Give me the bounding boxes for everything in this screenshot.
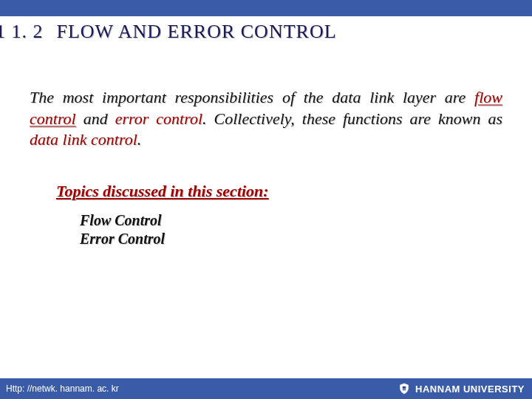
body-seg4: . <box>137 130 142 149</box>
footer-right: HANNAM UNIVERSITY <box>398 382 525 395</box>
topic-item: Error Control <box>80 230 532 248</box>
footer-university: HANNAM UNIVERSITY <box>415 383 525 395</box>
svg-rect-1 <box>403 389 406 391</box>
body-seg3: . Collectively, these functions are know… <box>202 109 502 128</box>
topics-heading: Topics discussed in this section: <box>56 182 532 201</box>
svg-rect-0 <box>403 386 406 389</box>
topic-item: Flow Control <box>80 211 532 230</box>
term-error-control: error control <box>115 109 202 128</box>
footer-bar: Http: //netwk. hannam. ac. kr HANNAM UNI… <box>0 378 532 399</box>
topics-list: Flow Control Error Control <box>80 211 532 248</box>
body-seg2: and <box>76 109 115 128</box>
term-data-link-control: data link control <box>30 130 137 149</box>
top-bar <box>0 0 532 16</box>
body-paragraph: The most important responsibilities of t… <box>30 87 502 151</box>
footer-url: Http: //netwk. hannam. ac. kr <box>6 383 119 394</box>
body-seg1: The most important responsibilities of t… <box>30 88 474 106</box>
shield-icon <box>398 382 411 395</box>
section-number: 1 1. 2 <box>0 21 44 43</box>
section-heading: 1 1. 2 FLOW AND ERROR CONTROL <box>0 16 532 43</box>
section-title: FLOW AND ERROR CONTROL <box>57 21 337 43</box>
